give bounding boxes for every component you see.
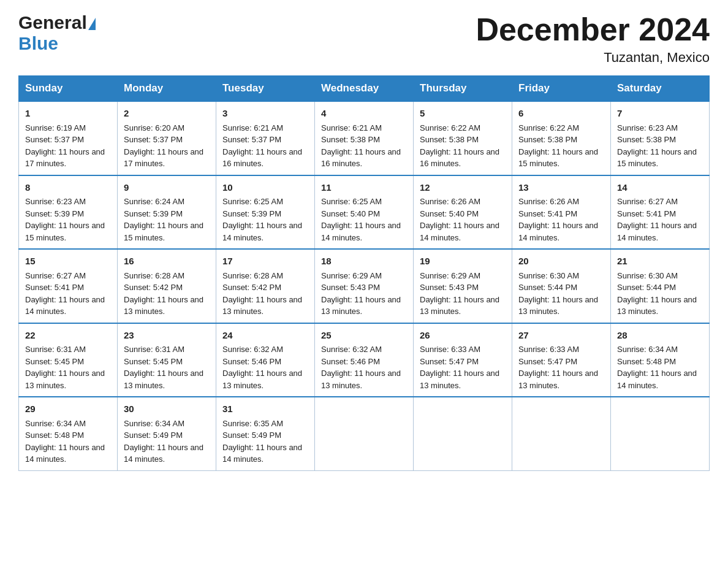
calendar-cell: 16Sunrise: 6:28 AMSunset: 5:42 PMDayligh… [118, 249, 216, 323]
calendar-cell: 27Sunrise: 6:33 AMSunset: 5:47 PMDayligh… [512, 323, 611, 397]
calendar-cell: 3Sunrise: 6:21 AMSunset: 5:37 PMDaylight… [216, 101, 315, 175]
week-row-5: 29Sunrise: 6:34 AMSunset: 5:48 PMDayligh… [19, 397, 710, 470]
day-number: 23 [124, 329, 210, 343]
day-number: 24 [222, 329, 308, 343]
calendar-cell: 23Sunrise: 6:31 AMSunset: 5:45 PMDayligh… [118, 323, 216, 397]
day-number: 30 [124, 402, 210, 416]
sunrise-text: Sunrise: 6:34 AM [617, 343, 703, 356]
sunset-text: Sunset: 5:42 PM [124, 282, 210, 294]
day-number: 9 [124, 181, 210, 195]
calendar-cell [512, 397, 611, 470]
sunrise-text: Sunrise: 6:28 AM [222, 270, 308, 282]
calendar-cell: 17Sunrise: 6:28 AMSunset: 5:42 PMDayligh… [216, 249, 315, 323]
day-number: 16 [124, 255, 210, 269]
col-header-tuesday: Tuesday [216, 76, 315, 102]
daylight-text: Daylight: 11 hours and 15 minutes. [124, 220, 210, 243]
day-number: 8 [25, 181, 111, 195]
sunrise-text: Sunrise: 6:20 AM [124, 122, 210, 134]
sunset-text: Sunset: 5:38 PM [321, 134, 407, 146]
sunrise-text: Sunrise: 6:29 AM [321, 270, 407, 282]
logo-arrow-icon [88, 18, 96, 30]
sunset-text: Sunset: 5:45 PM [25, 356, 111, 368]
day-number: 14 [617, 181, 703, 195]
sunrise-text: Sunrise: 6:19 AM [25, 122, 111, 134]
daylight-text: Daylight: 11 hours and 14 minutes. [124, 442, 210, 465]
sunset-text: Sunset: 5:44 PM [617, 282, 703, 294]
daylight-text: Daylight: 11 hours and 13 minutes. [617, 294, 703, 318]
calendar-cell: 24Sunrise: 6:32 AMSunset: 5:46 PMDayligh… [216, 323, 315, 397]
sunrise-text: Sunrise: 6:22 AM [518, 122, 604, 134]
sunrise-text: Sunrise: 6:22 AM [420, 122, 506, 134]
sunset-text: Sunset: 5:41 PM [25, 282, 111, 294]
daylight-text: Daylight: 11 hours and 13 minutes. [25, 367, 111, 391]
daylight-text: Daylight: 11 hours and 14 minutes. [617, 367, 703, 391]
day-number: 5 [420, 107, 506, 121]
sunset-text: Sunset: 5:39 PM [25, 208, 111, 220]
daylight-text: Daylight: 11 hours and 14 minutes. [25, 294, 111, 318]
calendar-header-row: SundayMondayTuesdayWednesdayThursdayFrid… [19, 76, 710, 102]
calendar-cell: 18Sunrise: 6:29 AMSunset: 5:43 PMDayligh… [315, 249, 414, 323]
day-number: 10 [222, 181, 308, 195]
calendar-cell: 15Sunrise: 6:27 AMSunset: 5:41 PMDayligh… [19, 249, 118, 323]
day-number: 27 [518, 329, 604, 343]
sunset-text: Sunset: 5:43 PM [321, 282, 407, 294]
daylight-text: Daylight: 11 hours and 13 minutes. [420, 367, 506, 391]
day-number: 15 [25, 255, 111, 269]
day-number: 11 [321, 181, 407, 195]
daylight-text: Daylight: 11 hours and 14 minutes. [25, 442, 111, 465]
daylight-text: Daylight: 11 hours and 16 minutes. [420, 146, 506, 170]
calendar-cell: 14Sunrise: 6:27 AMSunset: 5:41 PMDayligh… [611, 175, 710, 250]
sunrise-text: Sunrise: 6:25 AM [321, 196, 407, 208]
daylight-text: Daylight: 11 hours and 14 minutes. [222, 442, 308, 465]
day-number: 13 [518, 181, 604, 195]
daylight-text: Daylight: 11 hours and 14 minutes. [321, 220, 407, 243]
week-row-1: 1Sunrise: 6:19 AMSunset: 5:37 PMDaylight… [19, 101, 710, 175]
sunrise-text: Sunrise: 6:24 AM [124, 196, 210, 208]
daylight-text: Daylight: 11 hours and 15 minutes. [518, 146, 604, 170]
calendar-cell [611, 397, 710, 470]
day-number: 17 [222, 255, 308, 269]
sunset-text: Sunset: 5:44 PM [518, 282, 604, 294]
day-number: 21 [617, 255, 703, 269]
sunset-text: Sunset: 5:48 PM [617, 356, 703, 368]
calendar-cell: 8Sunrise: 6:23 AMSunset: 5:39 PMDaylight… [19, 175, 118, 250]
sunrise-text: Sunrise: 6:35 AM [222, 418, 308, 430]
calendar-cell: 10Sunrise: 6:25 AMSunset: 5:39 PMDayligh… [216, 175, 315, 250]
sunset-text: Sunset: 5:40 PM [420, 208, 506, 220]
day-number: 25 [321, 329, 407, 343]
sunrise-text: Sunrise: 6:31 AM [124, 343, 210, 356]
sunset-text: Sunset: 5:49 PM [222, 429, 308, 442]
calendar-cell: 5Sunrise: 6:22 AMSunset: 5:38 PMDaylight… [414, 101, 512, 175]
daylight-text: Daylight: 11 hours and 14 minutes. [617, 220, 703, 243]
daylight-text: Daylight: 11 hours and 13 minutes. [222, 367, 308, 391]
daylight-text: Daylight: 11 hours and 15 minutes. [25, 220, 111, 243]
sunset-text: Sunset: 5:42 PM [222, 282, 308, 294]
calendar-cell: 6Sunrise: 6:22 AMSunset: 5:38 PMDaylight… [512, 101, 611, 175]
col-header-monday: Monday [118, 76, 216, 102]
col-header-friday: Friday [512, 76, 611, 102]
calendar-cell: 11Sunrise: 6:25 AMSunset: 5:40 PMDayligh… [315, 175, 414, 250]
calendar-table: SundayMondayTuesdayWednesdayThursdayFrid… [18, 75, 710, 471]
calendar-cell: 26Sunrise: 6:33 AMSunset: 5:47 PMDayligh… [414, 323, 512, 397]
calendar-cell: 9Sunrise: 6:24 AMSunset: 5:39 PMDaylight… [118, 175, 216, 250]
sunset-text: Sunset: 5:38 PM [617, 134, 703, 146]
day-number: 18 [321, 255, 407, 269]
daylight-text: Daylight: 11 hours and 13 minutes. [321, 367, 407, 391]
day-number: 1 [25, 107, 111, 121]
sunrise-text: Sunrise: 6:26 AM [420, 196, 506, 208]
daylight-text: Daylight: 11 hours and 13 minutes. [321, 294, 407, 318]
daylight-text: Daylight: 11 hours and 14 minutes. [222, 220, 308, 243]
calendar-cell: 21Sunrise: 6:30 AMSunset: 5:44 PMDayligh… [611, 249, 710, 323]
sunset-text: Sunset: 5:40 PM [321, 208, 407, 220]
sunrise-text: Sunrise: 6:29 AM [420, 270, 506, 282]
sunset-text: Sunset: 5:45 PM [124, 356, 210, 368]
page-header: General Blue December 2024 Tuzantan, Mex… [18, 12, 710, 66]
sunrise-text: Sunrise: 6:34 AM [124, 418, 210, 430]
calendar-cell: 20Sunrise: 6:30 AMSunset: 5:44 PMDayligh… [512, 249, 611, 323]
calendar-cell: 7Sunrise: 6:23 AMSunset: 5:38 PMDaylight… [611, 101, 710, 175]
calendar-cell: 1Sunrise: 6:19 AMSunset: 5:37 PMDaylight… [19, 101, 118, 175]
daylight-text: Daylight: 11 hours and 13 minutes. [518, 294, 604, 318]
daylight-text: Daylight: 11 hours and 13 minutes. [124, 294, 210, 318]
day-number: 31 [222, 402, 308, 416]
sunrise-text: Sunrise: 6:23 AM [617, 122, 703, 134]
